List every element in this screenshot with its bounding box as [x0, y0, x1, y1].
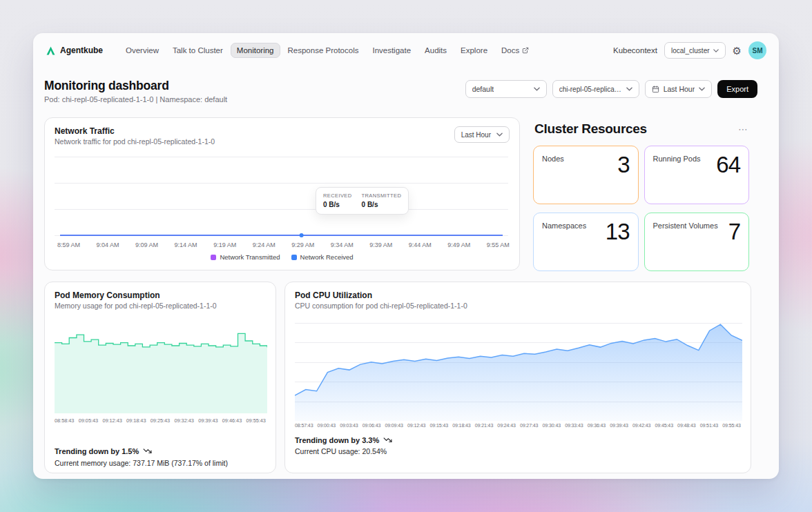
page-subtitle: Pod: chi-repl-05-replicated-1-1-0 | Name… [44, 95, 227, 104]
cpu-card-subtitle: CPU consumption for pod chi-repl-05-repl… [295, 302, 741, 310]
brand[interactable]: Agentkube [46, 46, 103, 56]
resource-value-nodes: 3 [617, 153, 629, 176]
tooltip-received-label: RECEIVED [323, 193, 352, 199]
nav-item-overview[interactable]: Overview [119, 43, 165, 58]
export-button[interactable]: Export [717, 80, 757, 98]
cluster-resources-menu-icon[interactable]: ⋯ [738, 124, 748, 134]
cluster-context-value: local_cluster [671, 47, 710, 55]
chart-tooltip: RECEIVED 0 B/s TRANSMITTED 0 B/s [316, 187, 409, 215]
network-time-select[interactable]: Last Hour [454, 126, 510, 143]
page-title: Monitoring dashboard [44, 79, 227, 93]
resource-card-namespaces[interactable]: Namespaces 13 [533, 213, 639, 271]
trending-down-icon [383, 435, 392, 444]
resource-value-running-pods: 64 [716, 153, 740, 176]
page-header: Monitoring dashboard Pod: chi-repl-05-re… [33, 68, 779, 104]
network-card-subtitle: Network traffic for pod chi-repl-05-repl… [55, 137, 215, 146]
nav-item-audits[interactable]: Audits [418, 43, 453, 58]
nav-item-docs[interactable]: Docs [495, 43, 535, 58]
nav-item-monitoring[interactable]: Monitoring [231, 43, 280, 58]
chevron-down-icon [496, 132, 503, 137]
trending-down-icon [143, 446, 152, 455]
cluster-resources-panel: Cluster Resources ⋯ Nodes 3 Running Pods… [533, 121, 749, 271]
user-avatar[interactable]: SM [748, 41, 766, 59]
network-traffic-card: Network Traffic Network traffic for pod … [44, 117, 520, 270]
nav-item-talk-to-cluster[interactable]: Talk to Cluster [166, 43, 229, 58]
resource-label-running-pods: Running Pods [653, 155, 701, 163]
resource-label-persistent-volumes: Persistent Volumes [653, 221, 718, 230]
cpu-xticks: 08:57:4309:00:4309:03:4309:06:4309:09:43… [295, 423, 741, 428]
resource-label-nodes: Nodes [542, 155, 564, 163]
resource-label-namespaces: Namespaces [542, 221, 586, 230]
tooltip-transmitted: TRANSMITTED 0 B/s [362, 193, 402, 208]
legend-label-received: Network Received [300, 253, 354, 261]
cpu-card-title: Pod CPU Utilization [295, 291, 741, 300]
nav-item-explore[interactable]: Explore [454, 43, 494, 58]
main-nav: Overview Talk to Cluster Monitoring Resp… [119, 43, 535, 58]
pod-select[interactable]: chi-repl-05-replicated-1 [552, 80, 639, 98]
resource-card-nodes[interactable]: Nodes 3 [533, 146, 639, 204]
cpu-trend-text: Trending down by 3.3% [295, 436, 379, 444]
resource-card-persistent-volumes[interactable]: Persistent Volumes 7 [644, 213, 750, 271]
resource-value-namespaces: 13 [606, 220, 630, 243]
cpu-usage-text: Current CPU usage: 20.54% [295, 447, 387, 455]
legend-dot-transmitted [211, 255, 216, 260]
network-chart [55, 154, 508, 238]
network-card-titles: Network Traffic Network traffic for pod … [55, 126, 215, 146]
memory-usage-text: Current memory usage: 737.17 MiB (737.17… [55, 459, 228, 467]
network-card-head: Network Traffic Network traffic for pod … [55, 126, 510, 146]
tooltip-received: RECEIVED 0 B/s [323, 193, 352, 208]
settings-gear-icon[interactable]: ⚙ [733, 46, 742, 56]
legend-label-transmitted: Network Transmitted [220, 253, 280, 261]
network-card-title: Network Traffic [55, 126, 215, 136]
network-legend: Network Transmitted Network Received [45, 253, 519, 261]
app-window: Agentkube Overview Talk to Cluster Monit… [33, 33, 779, 479]
nav-item-investigate[interactable]: Investigate [366, 43, 417, 58]
memory-card-title: Pod Memory Consumption [55, 291, 266, 300]
tooltip-transmitted-label: TRANSMITTED [362, 193, 402, 199]
cluster-resources-head: Cluster Resources ⋯ [533, 121, 749, 137]
legend-dot-received [291, 255, 297, 260]
cluster-resources-grid: Nodes 3 Running Pods 64 Namespaces 13 Pe… [533, 146, 749, 271]
top-navbar: Agentkube Overview Talk to Cluster Monit… [33, 33, 779, 68]
page-header-titles: Monitoring dashboard Pod: chi-repl-05-re… [44, 79, 227, 104]
memory-trend-text: Trending down by 1.5% [55, 447, 139, 455]
memory-xticks: 08:58:4309:05:4309:12:4309:18:4309:25:43… [55, 417, 266, 424]
pod-cpu-card: Pod CPU Utilization CPU consumption for … [284, 282, 751, 473]
chevron-down-icon [626, 87, 632, 91]
time-range-value: Last Hour [664, 85, 695, 93]
network-xticks: 8:59 AM9:04 AM9:09 AM9:14 AM9:19 AM9:24 … [57, 242, 510, 248]
cluster-resources-title: Cluster Resources [534, 121, 647, 137]
chevron-down-icon [699, 87, 705, 91]
cpu-trend: Trending down by 3.3% [295, 435, 392, 444]
nav-item-response-protocols[interactable]: Response Protocols [282, 43, 365, 58]
tooltip-transmitted-value: 0 B/s [362, 201, 402, 208]
memory-trend: Trending down by 1.5% [55, 446, 152, 455]
resource-value-persistent-volumes: 7 [728, 220, 740, 243]
legend-network-transmitted[interactable]: Network Transmitted [211, 253, 280, 261]
external-link-icon [522, 47, 529, 54]
kubecontext-label: Kubecontext [613, 46, 657, 55]
memory-chart [55, 325, 267, 413]
header-controls: default chi-repl-05-replicated-1 Last Ho… [465, 80, 757, 98]
agentkube-logo-icon [46, 46, 56, 56]
network-time-value: Last Hour [461, 131, 491, 139]
tooltip-received-value: 0 B/s [323, 201, 352, 208]
namespace-select-value: default [472, 85, 494, 93]
legend-network-received[interactable]: Network Received [291, 253, 354, 261]
calendar-icon [652, 86, 659, 93]
navbar-right: Kubecontext local_cluster ⚙ SM [613, 41, 766, 59]
chevron-down-icon [534, 87, 540, 91]
pod-select-value: chi-repl-05-replicated-1 [559, 86, 622, 93]
memory-card-subtitle: Memory usage for pod chi-repl-05-replica… [55, 302, 266, 310]
chevron-down-icon [713, 49, 719, 52]
nav-item-docs-label: Docs [501, 46, 519, 55]
pod-memory-card: Pod Memory Consumption Memory usage for … [44, 282, 276, 473]
time-range-select[interactable]: Last Hour [645, 80, 713, 98]
cpu-chart [295, 321, 742, 421]
brand-name: Agentkube [60, 46, 103, 55]
resource-card-running-pods[interactable]: Running Pods 64 [644, 146, 750, 204]
cluster-context-select[interactable]: local_cluster [664, 42, 726, 59]
namespace-select[interactable]: default [465, 80, 547, 98]
